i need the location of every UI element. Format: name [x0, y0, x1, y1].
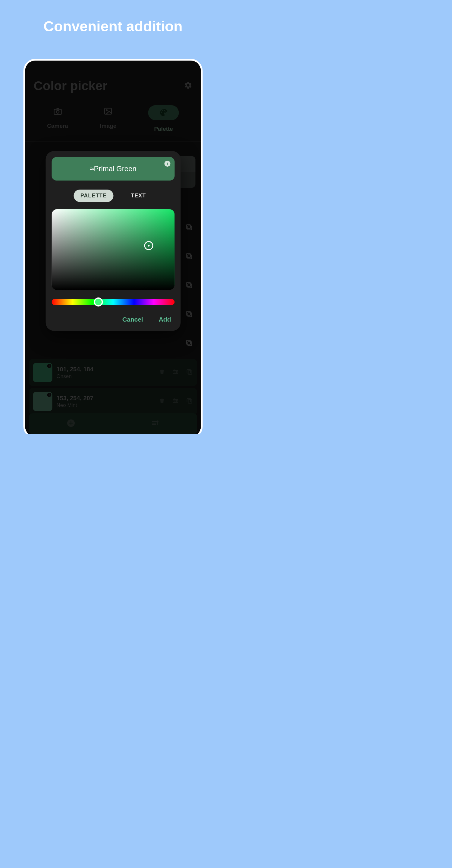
app-title: Color picker [34, 79, 107, 93]
color-swatch: i [33, 392, 53, 411]
dialog-actions: Cancel Add [52, 316, 175, 323]
color-name: Onsen [57, 373, 155, 379]
rgb-value: 153, 254, 207 [57, 395, 155, 402]
color-name-label: ≈Primal Green [90, 164, 136, 173]
color-name: Neo Mint [57, 402, 155, 408]
svg-point-16 [174, 373, 176, 374]
svg-rect-4 [188, 226, 192, 230]
hero-title: Convenient addition [0, 0, 226, 35]
sort-icon[interactable] [151, 418, 160, 429]
color-swatch: i [33, 363, 53, 382]
svg-rect-9 [187, 282, 190, 286]
hue-thumb[interactable] [94, 298, 103, 307]
trash-icon[interactable] [159, 369, 165, 376]
color-name-banner: ≈Primal Green i [52, 157, 175, 181]
color-picker-dialog: ≈Primal Green i PALETTE TEXT Cancel Add [46, 151, 181, 331]
svg-rect-8 [188, 284, 192, 288]
palette-icon [148, 105, 179, 120]
info-icon[interactable]: i [47, 364, 52, 368]
mode-tabs: PALETTE TEXT [52, 190, 175, 202]
svg-point-21 [174, 402, 176, 403]
copy-icon[interactable] [185, 223, 193, 232]
svg-rect-10 [188, 313, 192, 317]
add-icon[interactable] [66, 418, 75, 429]
list-item[interactable]: i 101, 254, 184 Onsen [29, 359, 197, 386]
list-item[interactable]: i 153, 254, 207 Neo Mint [29, 388, 197, 415]
tabs: Camera Image Palette [25, 93, 201, 142]
copy-icon[interactable] [185, 339, 193, 348]
app-header: Color picker [25, 61, 201, 93]
cancel-button[interactable]: Cancel [122, 316, 143, 323]
svg-rect-7 [187, 253, 190, 257]
info-icon[interactable]: i [47, 393, 52, 397]
rgb-value: 101, 254, 184 [57, 366, 155, 373]
tab-camera[interactable]: Camera [47, 105, 68, 132]
mode-tab-palette[interactable]: PALETTE [74, 190, 114, 202]
sv-thumb[interactable] [144, 241, 153, 250]
camera-icon [52, 105, 64, 117]
list-item-text: 153, 254, 207 Neo Mint [57, 395, 155, 408]
tab-image[interactable]: Image [100, 105, 116, 132]
copy-icon[interactable] [185, 310, 193, 319]
tab-label: Camera [47, 123, 68, 129]
tab-label: Image [100, 123, 116, 129]
svg-point-20 [176, 400, 177, 401]
svg-rect-2 [105, 108, 112, 114]
tab-palette[interactable]: Palette [148, 105, 179, 132]
svg-rect-0 [54, 109, 61, 114]
gear-icon[interactable] [184, 81, 193, 91]
svg-rect-13 [187, 340, 190, 344]
svg-point-14 [174, 370, 175, 371]
copy-icon[interactable] [186, 397, 193, 406]
color-list: i 101, 254, 184 Onsen i 153, 254, 207 [25, 359, 201, 415]
svg-rect-6 [188, 255, 192, 259]
phone-frame: Color picker Camera Image [24, 59, 203, 434]
info-icon[interactable]: i [164, 161, 170, 167]
image-icon [102, 105, 114, 117]
svg-point-3 [106, 110, 107, 111]
mode-tab-text[interactable]: TEXT [124, 190, 153, 202]
svg-point-1 [56, 110, 59, 113]
tab-label: Palette [154, 126, 173, 132]
svg-rect-18 [187, 370, 191, 373]
svg-rect-17 [188, 371, 192, 374]
svg-rect-11 [187, 311, 190, 315]
saturation-value-area[interactable] [52, 209, 175, 290]
list-item-text: 101, 254, 184 Onsen [57, 366, 155, 379]
svg-point-19 [174, 399, 175, 400]
sliders-icon[interactable] [172, 397, 179, 406]
svg-rect-22 [188, 400, 192, 403]
copy-icon[interactable] [186, 368, 193, 377]
svg-rect-12 [188, 342, 192, 346]
add-button[interactable]: Add [159, 316, 171, 323]
hue-slider[interactable] [52, 299, 175, 305]
phone-screen: Color picker Camera Image [25, 61, 201, 434]
svg-rect-23 [187, 398, 191, 402]
trash-icon[interactable] [159, 398, 165, 405]
svg-point-15 [176, 371, 177, 373]
copy-icon[interactable] [185, 252, 193, 261]
copy-icon[interactable] [185, 281, 193, 290]
bottom-bar [29, 413, 197, 434]
svg-rect-5 [187, 224, 190, 228]
sliders-icon[interactable] [172, 368, 179, 377]
